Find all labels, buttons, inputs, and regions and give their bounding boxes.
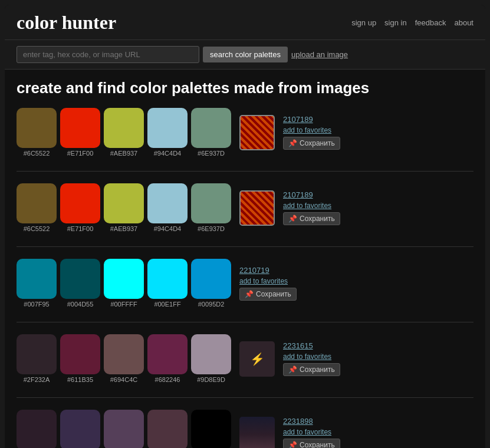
search-input[interactable] <box>17 46 199 63</box>
swatch[interactable] <box>104 183 144 223</box>
swatch-label: #004D55 <box>67 301 94 308</box>
divider <box>17 246 473 247</box>
add-favorites-link[interactable]: add to favorites <box>283 126 340 134</box>
divider <box>17 171 473 172</box>
feedback-link[interactable]: feedback <box>415 18 446 27</box>
swatch[interactable] <box>17 183 57 223</box>
swatch-label: #94C4D4 <box>154 150 181 157</box>
swatch[interactable] <box>60 183 100 223</box>
swatch-group: #2F232A <box>17 334 57 383</box>
swatch[interactable] <box>17 410 57 448</box>
swatch[interactable] <box>60 334 100 374</box>
swatch[interactable] <box>17 334 57 374</box>
search-button[interactable]: search color palettes <box>203 47 288 62</box>
swatch[interactable] <box>191 108 231 148</box>
palettes-container: #6C5522#E71F00#AEB937#94C4D4#6E937D21071… <box>17 108 473 448</box>
add-favorites-link[interactable]: add to favorites <box>283 353 340 361</box>
add-favorites-link[interactable]: add to favorites <box>283 202 340 210</box>
swatch[interactable] <box>60 108 100 148</box>
swatch[interactable] <box>191 334 231 374</box>
palette-row: #007F95#004D55#00FFFF#00E1FF#0095D222107… <box>17 259 473 308</box>
signup-link[interactable]: sign up <box>351 18 376 27</box>
swatch-label: #0095D2 <box>198 301 225 308</box>
swatch-group: #0095D2 <box>191 259 231 308</box>
save-button[interactable]: 📌Сохранить <box>239 288 297 301</box>
add-favorites-link[interactable]: add to favorites <box>283 428 340 436</box>
swatch-label: #94C4D4 <box>154 225 181 232</box>
swatch[interactable] <box>60 410 100 448</box>
swatch-label: #00E1FF <box>154 301 180 308</box>
swatch-group: #AEB937 <box>104 183 144 232</box>
swatch-group: #553F59 <box>104 410 144 448</box>
divider <box>17 322 473 322</box>
swatches: #2C1D29#392C4B#553F59#4E333E#000000 <box>17 410 231 448</box>
swatch-group: #9D8E9D <box>191 334 231 383</box>
save-button[interactable]: 📌Сохранить <box>283 212 340 225</box>
swatch-group: #007F95 <box>17 259 57 308</box>
swatch-group: #AEB937 <box>104 108 144 157</box>
swatch[interactable] <box>191 183 231 223</box>
main-content: create and find color palettes made from… <box>5 70 485 448</box>
palette-id[interactable]: 2210719 <box>239 266 297 275</box>
swatch-group: #392C4B <box>60 410 100 448</box>
swatch-label: #2F232A <box>24 376 50 383</box>
save-label: Сохранить <box>300 365 335 374</box>
swatch-group: #6C5522 <box>17 183 57 232</box>
pin-icon: 📌 <box>288 139 297 147</box>
swatch-group: #E71F00 <box>60 108 100 157</box>
palette-row: #2C1D29#392C4B#553F59#4E333E#00000022318… <box>17 410 473 448</box>
add-favorites-link[interactable]: add to favorites <box>239 277 297 285</box>
save-button[interactable]: 📌Сохранить <box>283 439 340 448</box>
swatch[interactable] <box>147 259 188 299</box>
upload-link[interactable]: upload an image <box>291 50 348 59</box>
swatch[interactable] <box>60 259 100 299</box>
save-button[interactable]: 📌Сохранить <box>283 137 340 150</box>
nav-links: sign up sign in feedback about <box>351 18 473 27</box>
swatch[interactable] <box>147 334 188 374</box>
swatch-label: #00FFFF <box>110 301 137 308</box>
palette-id[interactable]: 2231615 <box>283 341 340 350</box>
swatch-label: #6C5522 <box>24 150 50 157</box>
swatch[interactable] <box>17 259 57 299</box>
about-link[interactable]: about <box>454 18 473 27</box>
palette-id[interactable]: 2107189 <box>283 115 340 124</box>
save-label: Сохранить <box>300 441 335 448</box>
swatches: #2F232A#611B35#694C4C#682246#9D8E9D <box>17 334 231 383</box>
swatch[interactable] <box>17 108 57 148</box>
pin-icon: 📌 <box>288 215 297 223</box>
swatch-group: #6C5522 <box>17 108 57 157</box>
palette-info: 2231898add to favorites📌Сохранить <box>283 417 340 448</box>
swatch-group: #94C4D4 <box>147 108 188 157</box>
swatch[interactable] <box>191 410 231 448</box>
swatch-label: #9D8E9D <box>197 376 225 383</box>
palette-row: #6C5522#E71F00#AEB937#94C4D4#6E937D21071… <box>17 183 473 232</box>
swatch[interactable] <box>104 259 144 299</box>
swatch[interactable] <box>191 259 231 299</box>
swatch-group: #E71F00 <box>60 183 100 232</box>
divider <box>17 397 473 398</box>
pin-icon: 📌 <box>288 441 297 448</box>
swatch-group: #611B35 <box>60 334 100 383</box>
swatch[interactable] <box>147 108 188 148</box>
palette-row: #6C5522#E71F00#AEB937#94C4D4#6E937D21071… <box>17 108 473 157</box>
palette-id[interactable]: 2231898 <box>283 417 340 426</box>
swatches: #6C5522#E71F00#AEB937#94C4D4#6E937D <box>17 183 231 232</box>
swatch[interactable] <box>104 410 144 448</box>
swatch-label: #007F95 <box>24 301 49 308</box>
swatch-label: #AEB937 <box>110 225 137 232</box>
swatch[interactable] <box>147 183 188 223</box>
swatch-group: #2C1D29 <box>17 410 57 448</box>
swatch-group: #6E937D <box>191 183 231 232</box>
save-label: Сохранить <box>300 139 335 147</box>
palette-id[interactable]: 2107189 <box>283 190 340 199</box>
palette-info: 2107189add to favorites📌Сохранить <box>283 115 340 150</box>
swatch-label: #682246 <box>155 376 180 383</box>
swatch[interactable] <box>104 108 144 148</box>
signin-link[interactable]: sign in <box>384 18 407 27</box>
swatch[interactable] <box>147 410 188 448</box>
swatch[interactable] <box>104 334 144 374</box>
swatch-label: #AEB937 <box>110 150 137 157</box>
palette-thumbnail <box>239 417 275 449</box>
palette-thumbnail <box>239 115 275 150</box>
save-button[interactable]: 📌Сохранить <box>283 363 340 376</box>
